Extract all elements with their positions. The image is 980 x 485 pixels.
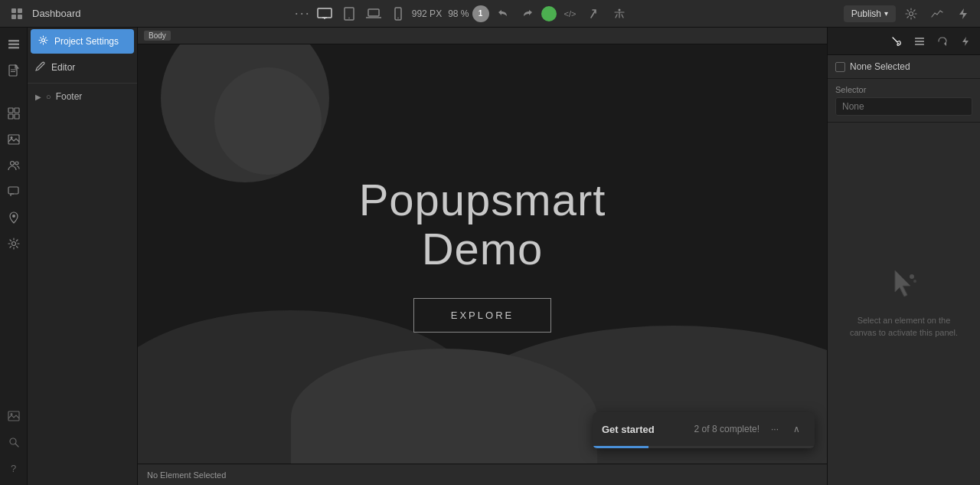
accessibility-icon[interactable] bbox=[609, 3, 630, 25]
sidebar-item-project-settings[interactable]: Project Settings bbox=[31, 29, 134, 54]
canvas-zoom: 98 % bbox=[448, 8, 469, 19]
svg-rect-16 bbox=[8, 44, 19, 46]
laptop-icon[interactable] bbox=[363, 3, 384, 25]
sidebar-item-footer[interactable]: ▶ ○ Footer bbox=[28, 87, 137, 107]
svg-rect-32 bbox=[8, 411, 19, 421]
left-sidebar-icons: ? bbox=[0, 28, 28, 485]
svg-point-30 bbox=[12, 215, 15, 218]
svg-point-40 bbox=[910, 274, 914, 279]
canvas-page[interactable]: Popupsmart Demo EXPLORE Get started 2 of… bbox=[138, 44, 827, 464]
expand-icon: ▶ bbox=[35, 93, 41, 101]
svg-line-35 bbox=[15, 444, 18, 447]
bottom-bar: No Element Selected bbox=[138, 464, 827, 485]
lightning-panel-icon[interactable] bbox=[956, 31, 975, 51]
toast-progress-bar bbox=[593, 446, 648, 448]
editor-label: Editor bbox=[51, 62, 75, 73]
left-container: ? Project Settings Editor bbox=[0, 28, 138, 485]
user-avatar[interactable]: 1 bbox=[472, 5, 489, 22]
canvas-size: 992 PX bbox=[412, 8, 442, 19]
publish-button[interactable]: Publish ▾ bbox=[844, 5, 896, 22]
hero-title: Popupsmart Demo bbox=[359, 175, 606, 274]
hero-section: Popupsmart Demo EXPLORE bbox=[138, 44, 827, 464]
help-icon[interactable]: ? bbox=[2, 456, 26, 480]
settings-icon[interactable] bbox=[900, 3, 922, 25]
sidebar-item-editor[interactable]: Editor bbox=[28, 55, 137, 80]
gear-icon bbox=[38, 35, 48, 48]
main-area: ? Project Settings Editor bbox=[0, 28, 980, 485]
checkbox-icon bbox=[835, 62, 845, 72]
analytics-icon[interactable] bbox=[926, 3, 948, 25]
no-element-selected-text: No Element Selected bbox=[147, 470, 226, 480]
right-panel: None Selected Selector None Select an el… bbox=[827, 28, 980, 485]
svg-rect-17 bbox=[8, 47, 19, 49]
svg-rect-22 bbox=[15, 108, 19, 113]
svg-point-13 bbox=[618, 8, 620, 11]
search-nav-icon[interactable] bbox=[2, 430, 26, 454]
svg-point-12 bbox=[397, 17, 399, 18]
team-icon[interactable] bbox=[2, 153, 26, 178]
svg-point-8 bbox=[348, 17, 350, 18]
svg-point-31 bbox=[11, 242, 15, 246]
body-tag: Body bbox=[144, 31, 171, 41]
sidebar-divider bbox=[28, 83, 137, 84]
motion-icon[interactable] bbox=[933, 31, 952, 51]
canvas-area: Body Popupsmart Demo bbox=[138, 28, 827, 485]
toast-collapse-button[interactable]: ∧ bbox=[787, 420, 805, 438]
location-icon[interactable] bbox=[2, 205, 26, 230]
tablet-icon[interactable] bbox=[338, 3, 360, 25]
selector-label: Selector bbox=[835, 85, 972, 94]
top-toolbar: Dashboard ··· bbox=[0, 0, 980, 28]
hero-explore-button[interactable]: EXPLORE bbox=[413, 298, 551, 333]
right-panel-empty: Select an element on the canvas to activ… bbox=[828, 123, 980, 485]
selector-value: None bbox=[835, 97, 972, 116]
image-icon[interactable] bbox=[2, 404, 26, 428]
svg-point-41 bbox=[913, 280, 916, 283]
sidebar-panel: Project Settings Editor ▶ ○ Footer bbox=[28, 28, 138, 485]
none-selected-label: None Selected bbox=[850, 61, 910, 72]
lightning-icon[interactable] bbox=[952, 3, 974, 25]
toast-more-button[interactable]: ··· bbox=[766, 420, 784, 438]
components-icon[interactable] bbox=[2, 101, 26, 126]
circle-icon: ○ bbox=[46, 92, 51, 101]
cursor-icon bbox=[890, 269, 918, 305]
right-panel-icons bbox=[828, 28, 980, 55]
svg-rect-24 bbox=[15, 114, 19, 119]
toolbar-dots: ··· bbox=[295, 5, 311, 21]
svg-rect-15 bbox=[8, 40, 19, 42]
svg-rect-21 bbox=[8, 108, 13, 113]
toast-header: Get started 2 of 8 complete! ··· ∧ bbox=[593, 412, 815, 446]
paint-icon[interactable] bbox=[887, 31, 906, 51]
svg-rect-2 bbox=[11, 15, 16, 19]
mobile-icon[interactable] bbox=[387, 3, 409, 25]
svg-point-36 bbox=[42, 39, 45, 42]
footer-label: Footer bbox=[56, 91, 83, 102]
media-icon[interactable] bbox=[2, 127, 26, 152]
svg-rect-39 bbox=[915, 44, 924, 45]
svg-rect-9 bbox=[368, 9, 379, 16]
settings-nav-icon[interactable] bbox=[2, 231, 26, 256]
hero-circle-small bbox=[214, 67, 322, 175]
svg-rect-23 bbox=[8, 114, 13, 119]
canvas-size-label: 992 PX 98 % bbox=[412, 8, 469, 19]
share-button[interactable] bbox=[584, 3, 606, 25]
redo-button[interactable] bbox=[517, 3, 538, 25]
svg-rect-29 bbox=[8, 187, 18, 194]
undo-button[interactable] bbox=[492, 3, 514, 25]
code-toggle[interactable]: </> bbox=[560, 3, 581, 25]
svg-rect-4 bbox=[318, 8, 332, 18]
toast-title: Get started bbox=[602, 424, 688, 435]
toast-progress-text: 2 of 8 complete! bbox=[694, 424, 760, 434]
hero-title-line1: Popupsmart bbox=[359, 175, 606, 224]
grid-icon[interactable] bbox=[6, 3, 28, 25]
svg-point-28 bbox=[15, 162, 18, 165]
toast-progress-bar-container bbox=[593, 446, 815, 448]
svg-rect-1 bbox=[18, 8, 22, 13]
desktop-icon[interactable] bbox=[314, 3, 335, 25]
svg-point-14 bbox=[910, 11, 913, 15]
chat-icon[interactable] bbox=[2, 179, 26, 204]
layers-panel-icon[interactable] bbox=[910, 31, 929, 51]
pages-icon[interactable] bbox=[2, 58, 26, 83]
layers-icon[interactable] bbox=[2, 32, 26, 57]
svg-rect-3 bbox=[18, 15, 22, 19]
canvas-content[interactable]: Popupsmart Demo EXPLORE Get started 2 of… bbox=[138, 44, 827, 464]
